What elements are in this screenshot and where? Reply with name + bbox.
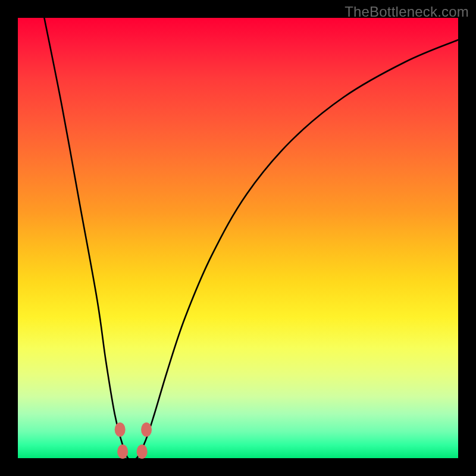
chart-frame: TheBottleneck.com: [0, 0, 476, 476]
curve-marker: [137, 444, 148, 459]
plot-area: [18, 18, 458, 458]
curve-marker: [117, 444, 128, 459]
curve-svg: [18, 18, 458, 458]
curve-marker: [141, 422, 152, 437]
bottleneck-curve: [44, 18, 458, 461]
curve-marker: [115, 422, 126, 437]
